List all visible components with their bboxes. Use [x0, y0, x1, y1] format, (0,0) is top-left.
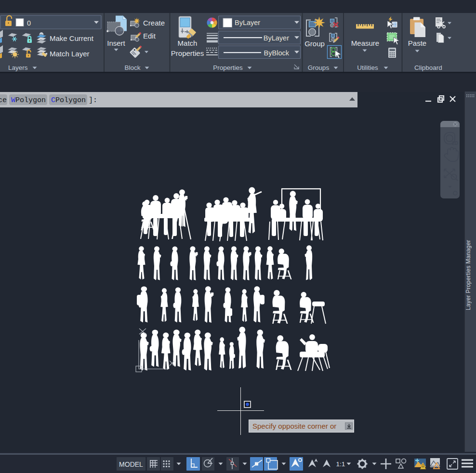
svg-text:Properties: Properties	[171, 49, 204, 57]
svg-text:Match Layer: Match Layer	[50, 50, 90, 58]
svg-text:Insert: Insert	[107, 39, 125, 47]
svg-text:Paste: Paste	[408, 39, 426, 47]
svg-text:Group: Group	[304, 39, 325, 48]
svg-text:Groups: Groups	[308, 64, 330, 71]
svg-text:Block: Block	[124, 64, 140, 71]
svg-text:Measure: Measure	[351, 39, 379, 47]
svg-text:Layers: Layers	[8, 64, 28, 71]
svg-text:Utilities: Utilities	[357, 64, 378, 71]
svg-text:Match: Match	[178, 39, 198, 47]
svg-text:WPolygon: WPolygon	[11, 96, 46, 105]
svg-text:Properties: Properties	[213, 64, 243, 71]
svg-text:2D: 2D	[452, 141, 458, 146]
svg-text:Edit: Edit	[143, 32, 156, 40]
svg-text:MODEL: MODEL	[119, 460, 143, 468]
svg-text:ByLayer: ByLayer	[235, 19, 260, 26]
svg-text:ce: ce	[0, 96, 7, 105]
svg-text:Create: Create	[143, 19, 165, 27]
svg-text:0: 0	[27, 19, 31, 27]
svg-text:]:: ]:	[89, 96, 97, 105]
svg-text:Clipboard: Clipboard	[414, 64, 442, 71]
svg-text:ByBlock: ByBlock	[264, 49, 290, 57]
svg-text:1:1: 1:1	[336, 460, 345, 468]
svg-text:CPolygon: CPolygon	[51, 96, 86, 105]
svg-text:Make Current: Make Current	[50, 34, 94, 42]
svg-text:ByLayer: ByLayer	[264, 34, 289, 42]
